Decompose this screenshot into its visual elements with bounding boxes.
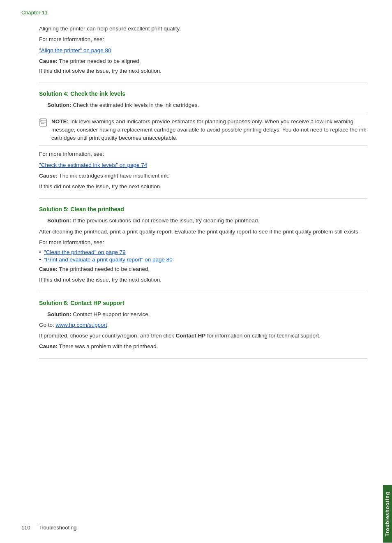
solution4-note-box: NOTE: Ink level warnings and indicators …	[39, 114, 367, 146]
side-tab-text: Troubleshooting	[385, 492, 390, 536]
solution4-heading: Solution 4: Check the ink levels	[39, 90, 367, 97]
solution5-next: If this did not solve the issue, try the…	[39, 276, 367, 284]
link-hp-support[interactable]: www.hp.com/support	[56, 322, 107, 328]
note-icon	[39, 118, 48, 127]
cause-label: Cause:	[39, 58, 58, 64]
intro-cause: Cause: The printer needed to be aligned.	[39, 57, 367, 65]
link-print-quality-report[interactable]: "Print and evaluate a print quality repo…	[44, 256, 173, 263]
side-tab: Troubleshooting	[383, 485, 392, 543]
divider-2	[39, 198, 367, 199]
solution5-after-cleaning: After cleaning the printhead, print a pr…	[39, 228, 367, 236]
link-align-printer[interactable]: "Align the printer" on page 80	[39, 47, 111, 53]
link-clean-printhead[interactable]: "Clean the printhead" on page 79	[44, 249, 126, 255]
solution4-next: If this did not solve the issue, try the…	[39, 183, 367, 191]
intro-line2: For more information, see:	[39, 35, 367, 44]
link-check-ink[interactable]: "Check the estimated ink levels" on page…	[39, 162, 147, 168]
solution6-go-to: Go to: www.hp.com/support.	[39, 321, 367, 329]
chapter-label: Chapter 11	[21, 9, 48, 16]
solution4-note-text: NOTE: Ink level warnings and indicators …	[51, 118, 367, 143]
solution6-cause: Cause: There was a problem with the prin…	[39, 342, 367, 351]
divider-4	[39, 358, 367, 359]
solution6-text: Solution: Contact HP support for service…	[47, 310, 367, 319]
solution4-text: Solution: Check the estimated ink levels…	[47, 101, 367, 109]
solution5-bullets: "Clean the printhead" on page 79 "Print …	[39, 249, 367, 263]
divider-3	[39, 292, 367, 292]
solution4-cause: Cause: The ink cartridges might have ins…	[39, 172, 367, 180]
cause-text: The printer needed to be aligned.	[58, 58, 141, 64]
divider-1	[39, 83, 367, 83]
svg-rect-4	[39, 120, 41, 122]
solution4-more-info: For more information, see:	[39, 150, 367, 158]
solution6-heading: Solution 6: Contact HP support	[39, 300, 367, 306]
intro-next-solution: If this did not solve the issue, try the…	[39, 67, 367, 75]
page-footer: 110 Troubleshooting	[21, 525, 76, 531]
page-number: 110	[21, 525, 30, 531]
solution5-more-info: For more information, see:	[39, 238, 367, 247]
solution5-text: Solution: If the previous solutions did …	[47, 217, 367, 225]
footer-section-label: Troubleshooting	[39, 525, 77, 531]
solution5-cause: Cause: The printhead needed to be cleane…	[39, 265, 367, 273]
solution5-heading: Solution 5: Clean the printhead	[39, 206, 367, 213]
solution6-if-prompted: If prompted, choose your country/region,…	[39, 332, 367, 340]
intro-line1: Aligning the printer can help ensure exc…	[39, 25, 367, 33]
